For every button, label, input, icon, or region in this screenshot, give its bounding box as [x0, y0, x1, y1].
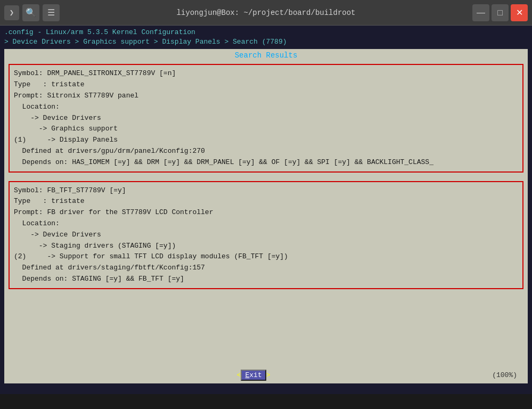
content-area: Search Results Symbol: DRM_PANEL_SITRONI… [4, 49, 528, 383]
bottom-bar: < Exit > (100%) [9, 366, 523, 383]
menu-button[interactable]: ☰ [43, 4, 60, 21]
search-results-header: Search Results [4, 49, 528, 62]
terminal-icon: ❯ [4, 5, 19, 20]
result-box-1: Symbol: DRM_PANEL_SITRONIX_ST7789V [=n] … [9, 64, 523, 172]
breadcrumb-line1: .config - Linux/arm 5.3.5 Kernel Configu… [4, 28, 528, 37]
search-button[interactable]: 🔍 [22, 4, 39, 21]
window-title: liyongjun@Box: ~/project/board/buildroot [176, 9, 355, 17]
close-button[interactable]: ✕ [511, 4, 528, 21]
titlebar-left: ❯ 🔍 ☰ [4, 4, 60, 21]
scroll-area[interactable]: Symbol: DRM_PANEL_SITRONIX_ST7789V [=n] … [4, 62, 528, 381]
result-box-2: Symbol: FB_TFT_ST7789V [=y] Type : trist… [9, 181, 523, 289]
minimize-button[interactable]: — [472, 4, 489, 21]
search-results-title: Search Results [235, 51, 298, 60]
exit-arrow-left: < [237, 371, 241, 379]
exit-btn-wrapper: < Exit > [237, 370, 271, 381]
titlebar: ❯ 🔍 ☰ liyongjun@Box: ~/project/board/bui… [0, 0, 532, 26]
window-controls: — □ ✕ [472, 4, 528, 21]
exit-text: xit [249, 371, 261, 379]
dark-strip [0, 394, 532, 409]
percent-label: (100%) [492, 371, 517, 379]
breadcrumb-bar: .config - Linux/arm 5.3.5 Kernel Configu… [0, 26, 532, 49]
terminal-body: .config - Linux/arm 5.3.5 Kernel Configu… [0, 26, 532, 409]
breadcrumb-line2: > Device Drivers > Graphics support > Di… [4, 37, 528, 47]
exit-arrow-right: > [266, 371, 271, 379]
exit-button[interactable]: Exit [241, 370, 266, 381]
maximize-button[interactable]: □ [492, 4, 509, 21]
